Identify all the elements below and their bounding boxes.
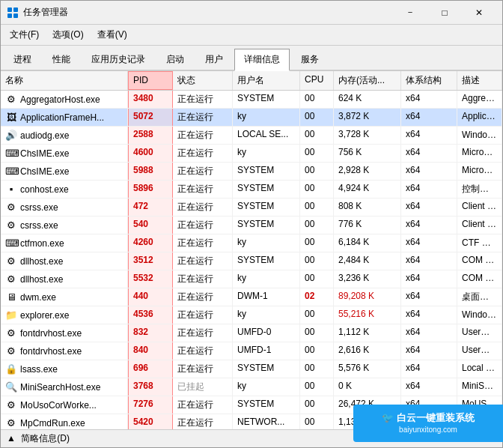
close-button[interactable]: ✕ <box>462 1 496 25</box>
cell-pid: 5420 <box>128 414 173 429</box>
col-desc[interactable]: 描述 <box>457 71 502 90</box>
cell-desc: Usermode F... <box>457 324 502 342</box>
col-user[interactable]: 用户名 <box>233 71 300 90</box>
process-name: dllhost.exe <box>20 274 63 285</box>
cell-arch: x64 <box>401 360 457 378</box>
task-manager-window: 任务管理器 － □ ✕ 文件(F) 选项(O) 查看(V) 进程 性能 应用历史… <box>0 0 503 448</box>
table-row[interactable]: ⚙ AggregatorHost.exe 3480 正在运行 SYSTEM 00… <box>1 91 502 109</box>
process-icon: ⚙ <box>5 399 17 411</box>
process-icon: ▪ <box>5 184 17 195</box>
table-row[interactable]: ⌨ ChsIME.exe 4600 正在运行 ky 00 756 K x64 M… <box>1 145 502 163</box>
cell-desc: Usermode F... <box>457 342 502 360</box>
watermark: 🐦 白云一键重装系统 baiyunxitong.com <box>353 405 503 442</box>
table-row[interactable]: 🖥 dwm.exe 440 正在运行 DWM-1 02 89,208 K x64… <box>1 288 502 306</box>
process-icon: 🖼 <box>5 112 17 123</box>
process-icon: ⚙ <box>5 255 17 267</box>
process-icon: 🖥 <box>5 291 17 303</box>
tab-startup[interactable]: 启动 <box>156 49 194 70</box>
process-name: MiniSearchHost.exe <box>20 382 100 393</box>
process-name: dwm.exe <box>20 292 56 303</box>
table-row[interactable]: ⚙ dllhost.exe 5532 正在运行 ky 00 3,236 K x6… <box>1 270 502 288</box>
cell-user: UMFD-0 <box>233 324 300 342</box>
menu-file[interactable]: 文件(F) <box>4 26 45 43</box>
cell-cpu: 00 <box>300 378 334 396</box>
menu-view[interactable]: 查看(V) <box>91 26 133 43</box>
cell-arch: x64 <box>401 306 457 324</box>
cell-memory: 4,924 K <box>334 181 401 198</box>
menu-bar: 文件(F) 选项(O) 查看(V) <box>1 25 502 46</box>
cell-arch: x64 <box>401 378 457 396</box>
cell-pid: 472 <box>128 199 173 216</box>
table-row[interactable]: 🔒 lsass.exe 696 正在运行 SYSTEM 00 5,576 K x… <box>1 360 502 378</box>
cell-memory: 3,236 K <box>334 270 401 288</box>
table-row[interactable]: ⚙ fontdrvhost.exe 840 正在运行 UMFD-1 00 2,6… <box>1 342 502 360</box>
status-label[interactable]: ▲ 简略信息(D) <box>7 432 70 445</box>
cell-name: 🔍 MiniSearchHost.exe <box>1 378 128 396</box>
table-row[interactable]: ⚙ fontdrvhost.exe 832 正在运行 UMFD-0 00 1,1… <box>1 324 502 342</box>
table-row[interactable]: ⌨ ctfmon.exe 4260 正在运行 ky 00 6,184 K x64… <box>1 234 502 252</box>
cell-pid: 2588 <box>128 127 173 144</box>
process-icon: ⌨ <box>5 237 17 249</box>
cell-status: 正在运行 <box>173 270 233 288</box>
table-row[interactable]: 📁 explorer.exe 4536 正在运行 ky 00 55,216 K … <box>1 306 502 324</box>
tab-app-history[interactable]: 应用历史记录 <box>82 49 155 70</box>
tab-performance[interactable]: 性能 <box>43 49 80 70</box>
table-row[interactable]: ⚙ dllhost.exe 3512 正在运行 SYSTEM 00 2,484 … <box>1 252 502 270</box>
cell-cpu: 00 <box>300 396 334 414</box>
cell-name: ⚙ dllhost.exe <box>1 252 128 270</box>
cell-name: ⚙ fontdrvhost.exe <box>1 324 128 342</box>
process-icon: ⌨ <box>5 166 17 177</box>
table-row[interactable]: 🔊 audiodg.exe 2588 正在运行 LOCAL SE... 00 3… <box>1 127 502 145</box>
cell-user: LOCAL SE... <box>233 127 300 144</box>
watermark-line2: baiyunxitong.com <box>382 425 475 435</box>
col-name[interactable]: 名称 <box>1 71 128 90</box>
cell-cpu: 00 <box>300 252 334 270</box>
cell-cpu: 00 <box>300 306 334 324</box>
cell-arch: x64 <box>401 217 457 234</box>
app-icon <box>7 7 19 19</box>
table-row[interactable]: ⚙ csrss.exe 540 正在运行 SYSTEM 00 776 K x64… <box>1 217 502 234</box>
maximize-button[interactable]: □ <box>427 1 462 25</box>
minimize-button[interactable]: － <box>393 1 427 25</box>
watermark-text: 🐦 白云一键重装系统 baiyunxitong.com <box>382 411 475 435</box>
table-row[interactable]: ⌨ ChsIME.exe 5988 正在运行 SYSTEM 00 2,928 K… <box>1 163 502 181</box>
cell-name: 📁 explorer.exe <box>1 306 128 324</box>
cell-memory: 5,576 K <box>334 360 401 378</box>
cell-name: 🖼 ApplicationFrameH... <box>1 109 128 126</box>
cell-cpu: 00 <box>300 163 334 180</box>
table-row[interactable]: 🔍 MiniSearchHost.exe 3768 已挂起 ky 00 0 K … <box>1 378 502 396</box>
col-status[interactable]: 状态 <box>173 71 233 90</box>
col-memory[interactable]: 内存(活动... <box>334 71 401 90</box>
cell-name: ⚙ dllhost.exe <box>1 270 128 288</box>
cell-desc: Application ... <box>457 109 502 126</box>
table-row[interactable]: 🖼 ApplicationFrameH... 5072 正在运行 ky 00 3… <box>1 109 502 127</box>
table-row[interactable]: ⚙ csrss.exe 472 正在运行 SYSTEM 00 808 K x64… <box>1 199 502 217</box>
cell-cpu: 00 <box>300 270 334 288</box>
cell-cpu: 00 <box>300 109 334 126</box>
tab-details[interactable]: 详细信息 <box>234 49 290 71</box>
table-row[interactable]: ▪ conhost.exe 5896 正在运行 SYSTEM 00 4,924 … <box>1 181 502 199</box>
tab-processes[interactable]: 进程 <box>4 49 41 70</box>
cell-memory: 3,872 K <box>334 109 401 126</box>
cell-name: ⌨ ctfmon.exe <box>1 234 128 252</box>
cell-desc: Local Securit... <box>457 360 502 378</box>
cell-desc: Client Server... <box>457 199 502 216</box>
cell-user: ky <box>233 109 300 126</box>
cell-pid: 3480 <box>128 91 173 108</box>
menu-options[interactable]: 选项(O) <box>46 26 89 43</box>
cell-name: ⚙ AggregatorHost.exe <box>1 91 128 108</box>
cell-status: 正在运行 <box>173 127 233 144</box>
cell-pid: 3512 <box>128 252 173 270</box>
col-pid[interactable]: PID <box>128 71 173 90</box>
tab-users[interactable]: 用户 <box>195 49 233 70</box>
cell-pid: 540 <box>128 217 173 234</box>
cell-user: SYSTEM <box>233 252 300 270</box>
table-header: 名称 PID 状态 用户名 CPU 内存(活动... 体系结构 描述 <box>1 71 502 91</box>
cell-arch: x64 <box>401 199 457 216</box>
col-cpu[interactable]: CPU <box>300 71 334 90</box>
process-name: dllhost.exe <box>20 256 63 267</box>
cell-memory: 1,112 K <box>334 324 401 342</box>
col-arch[interactable]: 体系结构 <box>401 71 457 90</box>
cell-user: SYSTEM <box>233 396 300 414</box>
tab-services[interactable]: 服务 <box>291 49 329 70</box>
